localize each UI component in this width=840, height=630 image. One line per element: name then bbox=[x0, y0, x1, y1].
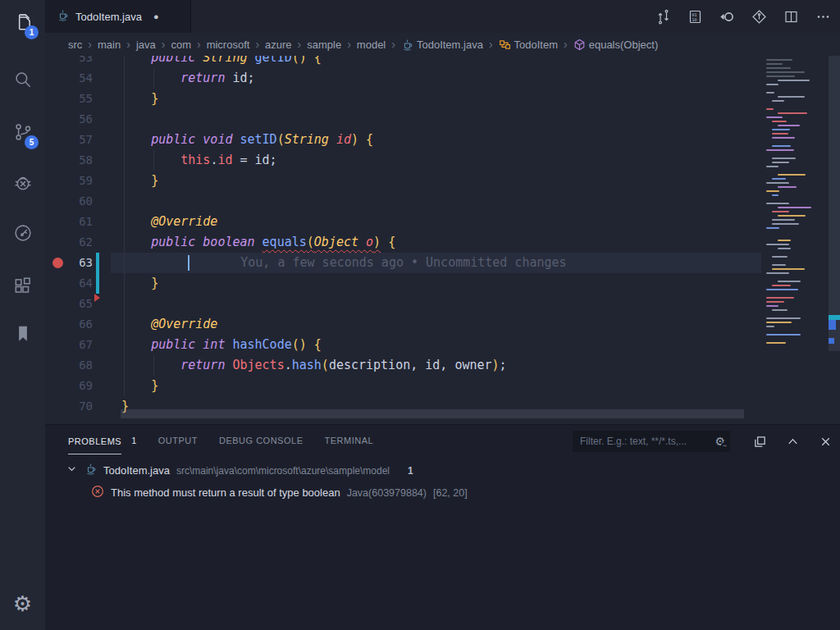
breadcrumb-item-src[interactable]: src bbox=[68, 39, 82, 51]
code-line-58[interactable]: this.id = id; bbox=[121, 150, 277, 171]
line-number-53[interactable]: 53 bbox=[57, 56, 93, 68]
line-number-62[interactable]: 62 bbox=[57, 232, 93, 253]
more-actions-icon[interactable] bbox=[810, 4, 835, 29]
line-number-61[interactable]: 61 bbox=[57, 212, 93, 232]
token: equals bbox=[262, 235, 307, 249]
code-line-62[interactable]: public boolean equals(Object o) { bbox=[121, 232, 395, 253]
manage-gear-icon[interactable]: ⚙ bbox=[0, 587, 45, 620]
code-line-55[interactable]: } bbox=[121, 89, 158, 109]
activity-gauge[interactable] bbox=[0, 216, 45, 253]
line-number-66[interactable]: 66 bbox=[57, 314, 93, 335]
code-line-68[interactable]: return Objects.hash(description, id, own… bbox=[121, 355, 507, 376]
breadcrumb-item-todoitem-java[interactable]: TodoItem.java bbox=[401, 39, 483, 51]
close-panel-icon[interactable] bbox=[814, 431, 837, 453]
activity-extensions[interactable] bbox=[0, 269, 45, 307]
open-preview-icon[interactable] bbox=[714, 4, 739, 29]
activity-bug[interactable] bbox=[0, 166, 45, 203]
breadcrumb-label: main bbox=[98, 39, 121, 51]
breadcrumb-separator-icon: › bbox=[391, 38, 395, 51]
minimap-line bbox=[766, 190, 779, 192]
restore-panel-icon[interactable] bbox=[748, 431, 771, 453]
line-number-57[interactable]: 57 bbox=[57, 130, 93, 150]
breadcrumb-item-todoitem[interactable]: TodoItem bbox=[499, 39, 558, 51]
breadcrumb-label: microsoft bbox=[207, 39, 250, 51]
breadcrumb-item-sample[interactable]: sample bbox=[307, 39, 341, 51]
line-number-60[interactable]: 60 bbox=[57, 191, 93, 212]
panel-tab-debug-console[interactable]: DEBUG CONSOLE bbox=[219, 425, 303, 456]
breadcrumb-item-equals-object-[interactable]: equals(Object) bbox=[573, 39, 659, 51]
code-line-67[interactable]: public int hashCode() { bbox=[121, 335, 322, 355]
chevron-down-icon[interactable] bbox=[66, 463, 78, 478]
code-line-64[interactable]: } bbox=[121, 273, 158, 294]
line-number-67[interactable]: 67 bbox=[57, 335, 93, 355]
line-number-55[interactable]: 55 bbox=[57, 89, 93, 109]
minimap-line bbox=[766, 108, 774, 110]
minimap-line bbox=[772, 178, 786, 180]
line-number-69[interactable]: 69 bbox=[57, 376, 93, 396]
line-number-59[interactable]: 59 bbox=[57, 171, 93, 191]
code-editor[interactable]: 53 public String getID() {54 return id;5… bbox=[45, 56, 840, 424]
panel-tab-terminal[interactable]: TERMINAL bbox=[324, 425, 373, 456]
line-number-54[interactable]: 54 bbox=[57, 68, 93, 89]
line-number-70[interactable]: 70 bbox=[57, 396, 93, 417]
extensions-icon bbox=[12, 276, 34, 300]
line-number-68[interactable]: 68 bbox=[57, 355, 93, 376]
line-number-64[interactable]: 64 bbox=[57, 273, 93, 294]
minimap-line bbox=[778, 96, 805, 98]
vertical-scrollbar[interactable] bbox=[829, 56, 840, 351]
filter-settings-icon[interactable]: ⚙− bbox=[714, 436, 725, 447]
problem-item-row[interactable]: This method must return a result of type… bbox=[91, 482, 468, 504]
code-line-57[interactable]: public void setID(String id) { bbox=[121, 130, 373, 150]
bookmark-icon bbox=[12, 323, 34, 348]
breakpoint-dot[interactable] bbox=[52, 258, 63, 268]
code-line-53[interactable]: public String getID() { bbox=[121, 56, 322, 68]
open-changes-icon[interactable] bbox=[651, 4, 675, 29]
token: ) bbox=[492, 358, 500, 372]
activity-search[interactable] bbox=[0, 62, 45, 100]
minimap-line bbox=[772, 158, 796, 159]
minimap-line bbox=[766, 67, 791, 69]
split-editor-icon[interactable] bbox=[778, 4, 803, 29]
search-icon bbox=[12, 69, 34, 94]
code-line-66[interactable]: @Override bbox=[121, 314, 217, 335]
problem-source: Java(603979884) bbox=[347, 487, 427, 499]
activity-bookmark[interactable] bbox=[0, 317, 45, 354]
horizontal-scrollbar[interactable] bbox=[121, 409, 744, 418]
breadcrumb-item-azure[interactable]: azure bbox=[265, 39, 292, 51]
breadcrumb-item-microsoft[interactable]: microsoft bbox=[207, 39, 250, 51]
gitlens-icon[interactable] bbox=[746, 4, 771, 29]
problems-filter-input[interactable] bbox=[580, 436, 714, 447]
line-number-58[interactable]: 58 bbox=[57, 150, 93, 171]
code-line-69[interactable]: } bbox=[121, 376, 158, 396]
breadcrumb-item-main[interactable]: main bbox=[98, 39, 121, 51]
panel-tab-problems[interactable]: PROBLEMS1 bbox=[68, 425, 137, 456]
tab-todoitem-java[interactable]: TodoItem.java ● bbox=[45, 0, 191, 33]
minimap-line bbox=[772, 133, 788, 135]
binary-file-icon[interactable]: 0110 bbox=[682, 4, 707, 29]
git-modified-bar[interactable] bbox=[96, 253, 99, 294]
line-number-56[interactable]: 56 bbox=[57, 109, 93, 130]
problems-file-row[interactable]: TodoItem.java src\main\java\com\microsof… bbox=[66, 459, 413, 482]
modified-dot-icon[interactable]: ● bbox=[153, 11, 159, 21]
code-line-63[interactable]: You, a few seconds ago • Uncommitted cha… bbox=[121, 253, 567, 273]
minimap-line bbox=[778, 281, 801, 282]
minimap[interactable] bbox=[761, 56, 827, 424]
breadcrumb-item-model[interactable]: model bbox=[357, 39, 386, 51]
minimap-line bbox=[778, 248, 791, 249]
code-line-59[interactable]: } bbox=[121, 171, 158, 191]
indent bbox=[121, 255, 188, 270]
code-line-61[interactable]: @Override bbox=[121, 212, 217, 232]
line-number-65[interactable]: 65 bbox=[57, 294, 93, 314]
token: description, id, owner bbox=[329, 358, 492, 372]
activity-files[interactable]: 1 bbox=[0, 5, 45, 43]
breadcrumb-item-java[interactable]: java bbox=[136, 39, 156, 51]
token: public bbox=[151, 235, 203, 249]
breadcrumb-item-com[interactable]: com bbox=[171, 39, 191, 51]
code-line-54[interactable]: return id; bbox=[121, 68, 255, 89]
token bbox=[307, 337, 314, 352]
maximize-panel-icon[interactable] bbox=[781, 431, 804, 453]
panel-tab-output[interactable]: OUTPUT bbox=[158, 425, 198, 456]
panel-tab-label: PROBLEMS bbox=[68, 427, 121, 454]
git-deleted-marker[interactable] bbox=[94, 294, 100, 302]
activity-source-control[interactable]: 5 bbox=[0, 115, 45, 153]
